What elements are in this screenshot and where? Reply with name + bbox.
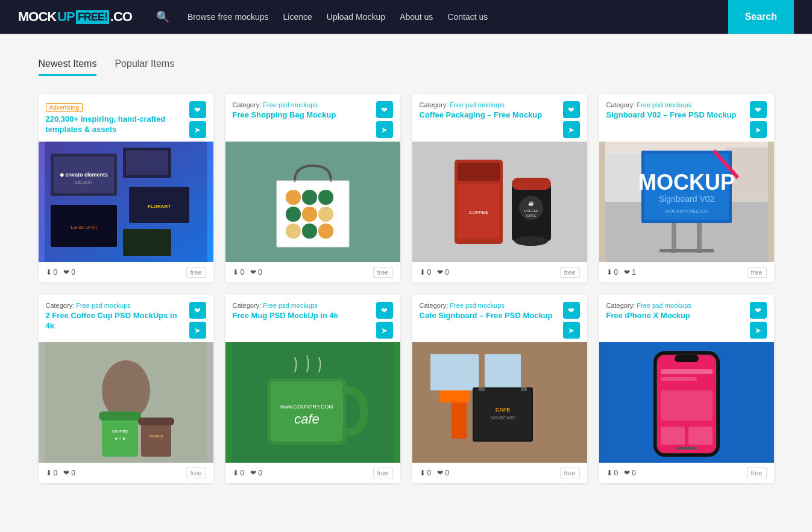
card-mug-stats: ⬇ 0 ❤ 0: [233, 469, 262, 477]
signboard-like-btn[interactable]: ❤: [750, 101, 767, 118]
card-signboard-header: Category: Free psd mockups Signboard V02…: [599, 94, 774, 142]
svg-rect-32: [512, 178, 551, 190]
svg-rect-86: [688, 427, 713, 445]
card-shopping-header: Category: Free psd mockups Free Shopping…: [225, 94, 400, 142]
svg-rect-72: [474, 389, 531, 440]
card-mug-cat-link[interactable]: Free psd mockups: [263, 302, 317, 309]
shopping-share-btn[interactable]: ➤: [376, 121, 393, 138]
card-cafesign-stats: ⬇ 0 ❤ 0: [420, 469, 449, 477]
shopping-like-btn[interactable]: ❤: [376, 101, 393, 118]
cafesign-like-btn[interactable]: ❤: [563, 302, 580, 319]
coffee-likes: ❤ 0: [437, 268, 449, 277]
svg-rect-11: [123, 229, 171, 256]
card-cafe-signboard: Category: Free psd mockups Cafe Signboar…: [412, 295, 587, 483]
card-signboard-title[interactable]: Signboard V02 – Free PSD Mockup: [606, 110, 745, 120]
svg-rect-82: [661, 369, 713, 374]
card-coffeecup-meta: Category: Free psd mockups 2 Free Coffee…: [46, 302, 184, 331]
search-button[interactable]: Search: [728, 0, 794, 34]
nav-browse[interactable]: Browse free mockups: [187, 12, 269, 22]
iphone-share-btn[interactable]: ➤: [750, 322, 767, 339]
coffeecup-likes: ❤ 0: [63, 469, 75, 477]
nav-contact[interactable]: Contact us: [447, 12, 488, 22]
card-iphone-footer: ⬇ 0 ❤ 0 free: [599, 463, 774, 483]
card-mug-title[interactable]: Free Mug PSD MockUp in 4k: [233, 311, 371, 321]
logo[interactable]: MOCKUPFREE!.CO: [18, 9, 132, 25]
card-coffee-footer: ⬇ 0 ❤ 0 free: [412, 262, 587, 283]
card-ad-footer: ⬇ 0 ❤ 0 free: [39, 262, 213, 283]
nav-about[interactable]: About us: [400, 12, 433, 22]
card-iphone-cat-link[interactable]: Free psd mockups: [637, 302, 691, 309]
logo-free: FREE!: [76, 10, 109, 24]
coffee-like-btn[interactable]: ❤: [563, 101, 580, 118]
iphone-like-btn[interactable]: ❤: [750, 302, 767, 319]
card-signboard-cat-link[interactable]: Free psd mockups: [637, 101, 691, 108]
cafesign-share-btn[interactable]: ➤: [563, 322, 580, 339]
card-shopping-stats: ⬇ 0 ❤ 0: [233, 268, 262, 277]
tab-newest[interactable]: Newest Items: [39, 58, 97, 76]
svg-rect-17: [318, 190, 333, 205]
svg-rect-53: [102, 415, 138, 457]
coffeecup-share-btn[interactable]: ➤: [189, 322, 206, 339]
svg-text:SIGNBOARD: SIGNBOARD: [489, 416, 515, 420]
card-ad-stats: ⬇ 0 ❤ 0: [46, 268, 75, 277]
svg-text:Signboard V02: Signboard V02: [658, 194, 714, 204]
cafesign-likes: ❤ 0: [437, 469, 449, 477]
svg-rect-16: [302, 190, 317, 205]
tab-popular[interactable]: Popular Items: [115, 58, 174, 76]
card-signboard: Category: Free psd mockups Signboard V02…: [599, 94, 774, 283]
signboard-likes: ❤ 1: [624, 268, 636, 277]
coffee-cup-image: country ◆ 4 ◆ country: [39, 342, 213, 463]
ad-like-btn[interactable]: ❤: [189, 101, 206, 118]
cafe-signboard-image: CAFE SIGNBOARD: [412, 342, 587, 463]
svg-text:MOCKUPFREE.CO: MOCKUPFREE.CO: [665, 208, 708, 214]
card-coffee-cat-link[interactable]: Free psd mockups: [450, 101, 504, 108]
card-iphone-category: Category: Free psd mockups: [606, 302, 745, 309]
search-icon[interactable]: 🔍: [156, 10, 169, 23]
card-iphone-title[interactable]: Free iPhone X Mockup: [606, 311, 745, 321]
card-coffeecup-title[interactable]: 2 Free Coffee Cup PSD MockUps in 4k: [46, 311, 184, 331]
signboard-share-btn[interactable]: ➤: [750, 121, 767, 138]
ad-likes: ❤ 0: [63, 268, 75, 277]
card-coffeecup-cat-link[interactable]: Free psd mockups: [76, 302, 130, 309]
svg-rect-70: [439, 390, 470, 402]
card-shopping-cat-link[interactable]: Free psd mockups: [263, 101, 317, 108]
main-content: Newest Items Popular Items Advertising 2…: [20, 46, 792, 495]
svg-rect-21: [286, 224, 301, 239]
mug-share-btn[interactable]: ➤: [376, 322, 393, 339]
mug-like-btn[interactable]: ❤: [376, 302, 393, 319]
shopping-bag-image: [225, 142, 400, 262]
card-cafesign-title[interactable]: Cafe Signboard – Free PSD Mockup: [420, 311, 558, 321]
svg-rect-48: [697, 223, 702, 253]
nav-upload[interactable]: Upload Mockup: [327, 12, 385, 22]
ad-share-btn[interactable]: ➤: [189, 121, 206, 138]
header-divider: [0, 34, 812, 34]
card-signboard-footer: ⬇ 0 ❤ 1 free: [599, 262, 774, 283]
card-ad-meta: Advertising 220,300+ inspiring, hand-cra…: [46, 101, 184, 135]
coffeecup-like-btn[interactable]: ❤: [189, 302, 206, 319]
card-shopping-actions: ❤ ➤: [376, 101, 393, 138]
card-cafesign-category: Category: Free psd mockups: [420, 302, 558, 309]
svg-text:Lands UI Kit: Lands UI Kit: [71, 225, 97, 230]
card-mug-header: Category: Free psd mockups Free Mug PSD …: [225, 295, 400, 342]
card-cafesign-footer: ⬇ 0 ❤ 0 free: [412, 463, 587, 483]
cafesign-downloads: ⬇ 0: [420, 469, 432, 477]
card-coffee-actions: ❤ ➤: [563, 101, 580, 138]
card-shopping-title[interactable]: Free Shopping Bag Mockup: [233, 110, 371, 120]
card-coffee-title[interactable]: Coffee Packaging – Free Mockup: [420, 110, 558, 120]
coffeecup-badge: free: [186, 468, 206, 478]
card-cafesign-cat-link[interactable]: Free psd mockups: [450, 302, 504, 309]
card-coffee-stats: ⬇ 0 ❤ 0: [420, 268, 449, 277]
card-coffeecup-actions: ❤ ➤: [189, 302, 206, 339]
svg-text:◆ envato elements: ◆ envato elements: [58, 172, 107, 178]
card-shopping-category: Category: Free psd mockups: [233, 101, 371, 108]
card-signboard-meta: Category: Free psd mockups Signboard V02…: [606, 101, 745, 120]
coffee-share-btn[interactable]: ➤: [563, 121, 580, 138]
cafesign-badge: free: [560, 468, 580, 478]
svg-rect-6: [126, 151, 168, 175]
nav-licence[interactable]: Licence: [283, 12, 312, 22]
card-cafesign-actions: ❤ ➤: [563, 302, 580, 339]
shopping-downloads: ⬇ 0: [233, 268, 245, 277]
svg-rect-26: [458, 163, 500, 181]
shopping-badge: free: [373, 267, 393, 278]
svg-rect-22: [302, 224, 317, 239]
